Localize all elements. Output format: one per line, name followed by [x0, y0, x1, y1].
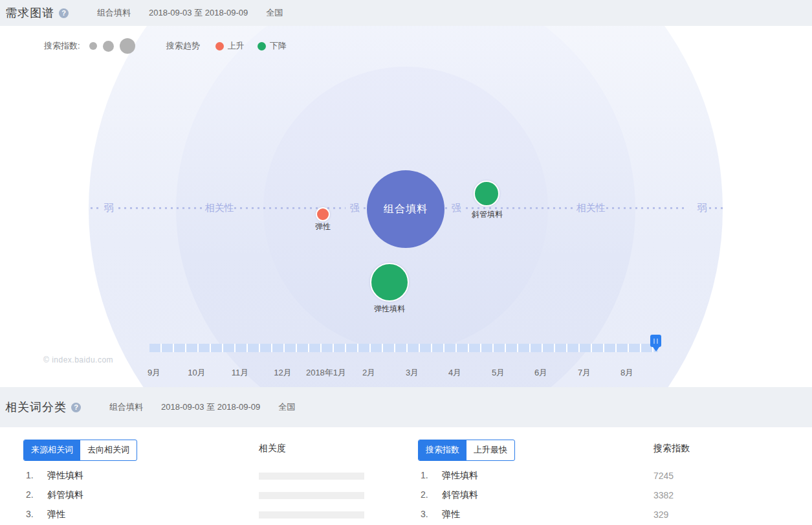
relevance-bar — [259, 492, 364, 499]
axis-dots — [606, 207, 688, 209]
search-index-column: 搜索指数 上升最快 搜索指数 1. 弹性填料 7245 2. 斜管填料 3382… — [418, 427, 783, 525]
demand-map-header-band: 需求图谱 ? 组合填料 2018-09-03 至 2018-09-09 全国 — [0, 0, 812, 26]
axis-label-relevance-right: 相关性 — [571, 202, 610, 214]
region-label: 全国 — [266, 7, 283, 19]
related-words-panel: 来源相关词 去向相关词 相关度 1. 弹性填料 2. 斜管填料 3. 弹性 搜索… — [0, 427, 812, 525]
source-direction-tabs: 来源相关词 去向相关词 — [23, 440, 137, 461]
index-sort-tabs: 搜索指数 上升最快 — [418, 440, 515, 461]
tab-search-index[interactable]: 搜索指数 — [419, 440, 466, 460]
list-item[interactable]: 2. 斜管填料 — [23, 489, 388, 502]
tab-target-related[interactable]: 去向相关词 — [80, 440, 137, 460]
related-word-bubble[interactable] — [474, 181, 499, 207]
axis-label-weak-left: 弱 — [89, 202, 128, 214]
axis-label-relevance-left: 相关性 — [200, 202, 239, 214]
slider-grip-icon — [650, 335, 661, 347]
relevance-bar — [259, 511, 364, 519]
trend-up-label: 上升 — [228, 40, 245, 52]
trend-down-dot-icon — [258, 42, 266, 50]
date-range-label: 2018-09-03 至 2018-09-09 — [149, 7, 248, 19]
chart-legend: 搜索指数: 搜索趋势 上升 下降 — [44, 38, 287, 54]
help-icon[interactable]: ? — [71, 403, 81, 412]
term-label[interactable]: 弹性 — [47, 509, 65, 520]
related-words-header-band: 相关词分类 ? 组合填料 2018-09-03 至 2018-09-09 全国 — [0, 387, 812, 427]
relevance-column-header: 相关度 — [259, 443, 286, 454]
related-word-bubble[interactable] — [370, 263, 409, 302]
term-label[interactable]: 弹性 — [442, 509, 460, 520]
list-item[interactable]: 3. 弹性 329 — [418, 509, 783, 522]
axis-dots — [118, 207, 205, 209]
related-word-bubble-label: 弹性 — [294, 221, 352, 232]
source-words-column: 来源相关词 去向相关词 相关度 1. 弹性填料 2. 斜管填料 3. 弹性 — [23, 427, 388, 525]
demand-map-chart: 搜索指数: 搜索趋势 上升 下降 弱 相关性 强 强 相关性 弱 组合填料 弹性… — [0, 26, 812, 387]
timeline-slider-handle[interactable] — [650, 335, 661, 352]
filter-summary: 组合填料 2018-09-03 至 2018-09-09 全国 — [69, 7, 283, 19]
trend-down-label: 下降 — [270, 40, 287, 52]
list-item[interactable]: 1. 弹性填料 7245 — [418, 470, 783, 483]
center-keyword-bubble[interactable]: 组合填料 — [367, 170, 444, 248]
list-item[interactable]: 1. 弹性填料 — [23, 470, 388, 483]
page-title: 需求图谱 — [5, 5, 54, 21]
index-value: 3382 — [653, 490, 674, 500]
rank-label: 3. — [421, 509, 428, 519]
term-label[interactable]: 弹性填料 — [47, 470, 83, 482]
watermark: © index.baidu.com — [43, 355, 113, 364]
relevance-bar — [259, 473, 364, 480]
list-item[interactable]: 2. 斜管填料 3382 — [418, 489, 783, 502]
tab-source-related[interactable]: 来源相关词 — [24, 440, 80, 460]
rank-label: 2. — [26, 489, 34, 500]
legend-trend-label: 搜索趋势 — [166, 40, 200, 52]
keyword-label: 组合填料 — [97, 7, 131, 19]
related-word-bubble[interactable] — [316, 207, 330, 221]
help-icon[interactable]: ? — [59, 8, 69, 18]
rank-label: 3. — [26, 509, 34, 519]
axis-dots — [234, 207, 346, 209]
region-label: 全国 — [278, 401, 295, 413]
related-word-bubble-label: 弹性填料 — [360, 304, 419, 315]
rank-label: 1. — [26, 470, 34, 480]
legend-size-label: 搜索指数: — [44, 40, 80, 52]
term-label[interactable]: 弹性填料 — [442, 470, 478, 482]
month-tick[interactable]: 8月 — [598, 367, 656, 379]
slider-pointer-icon — [653, 347, 659, 352]
index-value: 329 — [653, 509, 668, 520]
size-dot-medium-icon — [103, 41, 114, 52]
rank-label: 1. — [421, 470, 428, 480]
date-range-label: 2018-09-03 至 2018-09-09 — [161, 401, 260, 413]
tab-fastest-rising[interactable]: 上升最快 — [466, 440, 514, 460]
size-dot-small-icon — [89, 42, 97, 50]
related-word-bubble-label: 斜管填料 — [458, 209, 516, 220]
axis-label-weak-right: 弱 — [683, 202, 721, 214]
term-label[interactable]: 斜管填料 — [47, 489, 83, 501]
filter-summary: 组合填料 2018-09-03 至 2018-09-09 全国 — [81, 401, 295, 413]
index-column-header: 搜索指数 — [653, 443, 690, 454]
rank-label: 2. — [421, 489, 428, 500]
size-dot-large-icon — [120, 38, 135, 54]
keyword-label: 组合填料 — [109, 401, 143, 413]
timeline-slider-track[interactable] — [149, 344, 658, 352]
index-value: 7245 — [653, 471, 674, 481]
list-item[interactable]: 3. 弹性 — [23, 509, 388, 522]
section-title: 相关词分类 — [5, 399, 67, 415]
trend-up-dot-icon — [215, 42, 224, 50]
term-label[interactable]: 斜管填料 — [442, 489, 478, 501]
